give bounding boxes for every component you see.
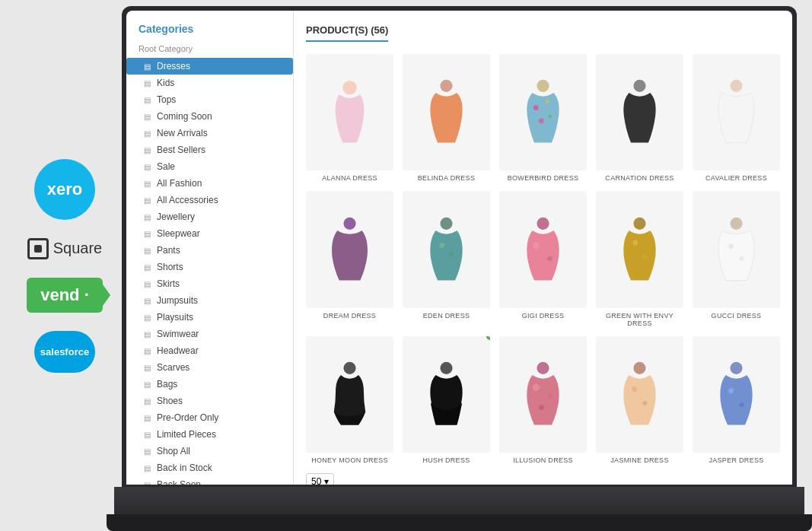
product-card[interactable]: DREAM DRESS <box>306 191 393 326</box>
product-name: ALANNA DRESS <box>322 174 377 182</box>
product-card[interactable]: ILLUSION DRESS <box>499 336 587 464</box>
sidebar-item-headwear[interactable]: ▤ Headwear <box>126 342 293 359</box>
category-icon: ▤ <box>142 128 152 138</box>
sidebar-item-bags[interactable]: ▤ Bags <box>126 376 293 393</box>
sidebar-item-label: Sale <box>157 161 175 172</box>
product-card[interactable]: BELINDA DRESS <box>403 54 490 182</box>
sidebar-item-coming-soon[interactable]: ▤ Coming Soon <box>126 108 293 125</box>
category-icon: ▤ <box>142 479 152 485</box>
category-icon: ▤ <box>142 111 152 122</box>
product-card[interactable]: EDEN DRESS <box>403 191 490 326</box>
products-main: PRODUCT(S) (56) ALANNA DRESS <box>294 11 792 485</box>
sidebar-item-jumpsuits[interactable]: ▤ Jumpsuits <box>126 292 293 309</box>
svg-point-17 <box>632 240 638 245</box>
category-icon: ▤ <box>142 312 152 323</box>
sidebar-item-all-fashion[interactable]: ▤ All Fashion <box>126 175 293 192</box>
svg-point-2 <box>537 80 549 92</box>
svg-point-27 <box>539 405 544 410</box>
sidebar-item-shoes[interactable]: ▤ Shoes <box>126 393 293 409</box>
svg-point-30 <box>643 401 648 405</box>
product-image <box>306 54 393 170</box>
per-page-select[interactable]: 50 ▾ <box>306 473 334 485</box>
svg-point-3 <box>533 105 539 110</box>
sidebar-item-playsuits[interactable]: ▤ Playsuits <box>126 309 293 326</box>
product-image <box>596 191 683 307</box>
sidebar-item-kids[interactable]: ▤ Kids <box>126 75 293 91</box>
sidebar-item-limited-pieces[interactable]: ▤ Limited Pieces <box>126 426 293 443</box>
category-icon: ▤ <box>142 429 152 440</box>
svg-point-1 <box>440 80 452 92</box>
product-card[interactable]: JASPER DRESS <box>693 336 780 464</box>
sidebar-item-sleepwear[interactable]: ▤ Sleepwear <box>126 225 293 242</box>
product-card[interactable]: HONEY MOON DRESS <box>306 336 393 464</box>
per-page-value: 50 <box>311 476 321 485</box>
category-icon: ▤ <box>142 245 152 256</box>
sidebar-item-label: Pants <box>157 245 180 256</box>
product-name: EDEN DRESS <box>423 312 470 320</box>
category-icon: ▤ <box>142 178 152 189</box>
sidebar-item-label: Pre-Order Only <box>157 412 218 423</box>
sidebar-item-tops[interactable]: ▤ Tops <box>126 91 293 108</box>
svg-point-14 <box>533 242 540 249</box>
brands-sidebar: xero Square vend · salesforce <box>0 0 129 531</box>
sidebar-item-label: Headwear <box>157 345 199 356</box>
salesforce-logo: salesforce <box>34 331 95 373</box>
category-icon: ▤ <box>142 228 152 239</box>
sidebar-item-back-soon[interactable]: ▤ Back Soon <box>126 476 293 485</box>
product-card[interactable]: HUSH DRESS <box>403 336 490 464</box>
app-window: Categories Root Category ▤ Dresses ▤ Kid… <box>126 11 792 485</box>
product-card[interactable]: GIGI DRESS <box>499 191 587 326</box>
svg-point-11 <box>439 243 444 248</box>
svg-point-9 <box>343 217 355 229</box>
sidebar-item-pre-order-only[interactable]: ▤ Pre-Order Only <box>126 409 293 426</box>
svg-point-22 <box>343 362 355 374</box>
category-icon: ▤ <box>142 61 152 72</box>
svg-point-24 <box>537 362 549 374</box>
category-icon: ▤ <box>142 211 152 222</box>
product-card[interactable]: JASMINE DRESS <box>596 336 683 464</box>
sidebar-item-sale[interactable]: ▤ Sale <box>126 158 293 175</box>
sidebar-item-label: Scarves <box>157 362 189 373</box>
sidebar-item-label: All Accessories <box>157 195 218 205</box>
product-card[interactable]: ALANNA DRESS <box>306 54 393 182</box>
sidebar-item-back-in-stock[interactable]: ▤ Back in Stock <box>126 459 293 476</box>
sidebar-title: Categories <box>126 11 293 41</box>
product-image <box>596 336 683 453</box>
product-card[interactable]: GUCCI DRESS <box>693 191 780 326</box>
notification-dot <box>486 336 490 340</box>
sidebar-item-dresses[interactable]: ▤ Dresses <box>126 58 293 75</box>
sidebar-item-swimwear[interactable]: ▤ Swimwear <box>126 326 293 342</box>
sidebar-item-all-accessories[interactable]: ▤ All Accessories <box>126 192 293 208</box>
category-icon: ▤ <box>142 295 152 306</box>
svg-point-0 <box>342 81 356 94</box>
sidebar-item-pants[interactable]: ▤ Pants <box>126 242 293 259</box>
category-icon: ▤ <box>142 262 152 272</box>
sidebar-item-new-arrivals[interactable]: ▤ New Arrivals <box>126 125 293 141</box>
product-card[interactable]: CAVALIER DRESS <box>693 54 780 182</box>
svg-point-10 <box>440 217 452 229</box>
xero-logo: xero <box>34 159 95 220</box>
product-card[interactable]: CARNATION DRESS <box>596 54 683 182</box>
square-logo: Square <box>27 238 103 259</box>
category-icon: ▤ <box>142 78 152 88</box>
sidebar-item-skirts[interactable]: ▤ Skirts <box>126 275 293 292</box>
sidebar-item-label: Back in Stock <box>157 463 212 473</box>
product-name: GREEN WITH ENVY DRESS <box>596 312 683 327</box>
product-name: HONEY MOON DRESS <box>311 456 388 464</box>
category-icon: ▤ <box>142 463 152 473</box>
category-icon: ▤ <box>142 345 152 356</box>
sidebar-item-shop-all[interactable]: ▤ Shop All <box>126 443 293 459</box>
product-card[interactable]: BOWERBIRD DRESS <box>499 54 587 182</box>
product-image <box>596 54 683 170</box>
sidebar-item-shorts[interactable]: ▤ Shorts <box>126 259 293 275</box>
sidebar-item-best-sellers[interactable]: ▤ Best Sellers <box>126 141 293 158</box>
product-card[interactable]: GREEN WITH ENVY DRESS <box>596 191 683 326</box>
sidebar-item-label: Dresses <box>157 61 190 72</box>
products-count-header: PRODUCT(S) (56) <box>306 24 388 42</box>
sidebar-item-jewellery[interactable]: ▤ Jewellery <box>126 208 293 225</box>
svg-point-5 <box>539 119 544 124</box>
sidebar-item-scarves[interactable]: ▤ Scarves <box>126 359 293 376</box>
product-name: GUCCI DRESS <box>712 312 762 320</box>
svg-point-18 <box>643 254 648 259</box>
svg-point-6 <box>548 115 552 119</box>
